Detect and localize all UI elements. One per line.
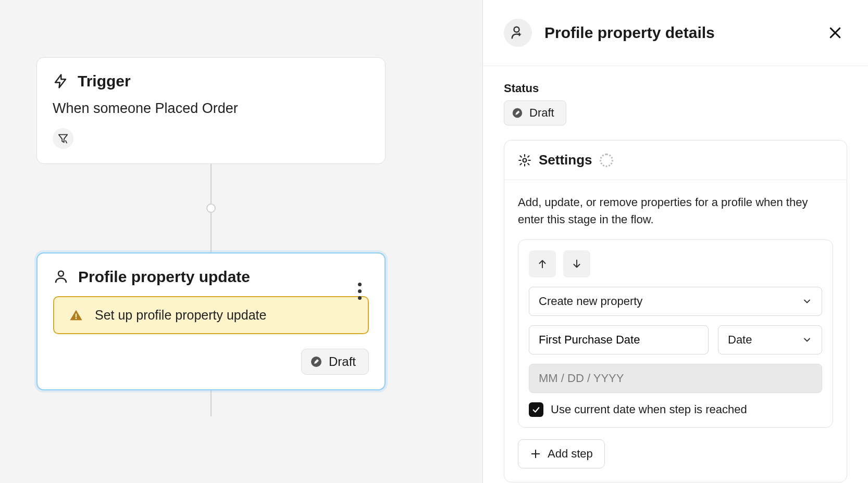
panel-header: Profile property details xyxy=(483,0,868,66)
filter-icon[interactable] xyxy=(53,128,73,149)
setup-warning-banner[interactable]: Set up profile property update xyxy=(53,296,369,334)
settings-heading: Settings xyxy=(539,152,592,168)
svg-point-4 xyxy=(514,27,519,32)
flow-connector-tail xyxy=(210,390,212,416)
panel-status-value: Draft xyxy=(529,106,554,120)
profile-property-update-card[interactable]: Profile property update Set up profile p… xyxy=(36,252,386,390)
property-type-value: Date xyxy=(728,333,752,347)
panel-title: Profile property details xyxy=(544,24,811,42)
svg-point-0 xyxy=(58,271,64,276)
pencil-circle-icon xyxy=(512,107,523,119)
trigger-title: Trigger xyxy=(78,72,131,90)
date-value-input: MM / DD / YYYY xyxy=(529,364,822,393)
property-type-select[interactable]: Date xyxy=(718,325,822,354)
settings-panel: Settings Add, update, or remove properti… xyxy=(504,140,847,482)
pencil-circle-icon xyxy=(310,355,323,368)
use-current-date-label: Use current date when step is reached xyxy=(551,403,747,416)
connector-add-node[interactable] xyxy=(206,204,216,213)
card-actions-menu[interactable] xyxy=(354,278,366,304)
trigger-card[interactable]: Trigger When someone Placed Order xyxy=(36,57,386,164)
action-title: Profile property update xyxy=(78,268,250,286)
arrow-up-icon xyxy=(537,258,548,270)
chevron-down-icon xyxy=(802,296,812,307)
status-heading: Status xyxy=(504,82,847,95)
lightning-icon xyxy=(53,72,68,90)
chevron-down-icon xyxy=(802,335,812,345)
property-step-card: Create new property Date xyxy=(518,239,833,428)
svg-rect-1 xyxy=(76,313,77,317)
settings-description: Add, update, or remove properties for a … xyxy=(518,194,833,228)
flow-connector xyxy=(210,164,212,252)
gear-icon xyxy=(518,154,531,167)
flow-canvas[interactable]: Trigger When someone Placed Order Profil… xyxy=(0,0,482,483)
details-side-panel: Profile property details Status Draft Se… xyxy=(482,0,868,483)
warning-icon xyxy=(69,308,83,323)
check-icon xyxy=(531,405,541,414)
arrow-down-icon xyxy=(571,258,582,270)
property-name-input[interactable] xyxy=(529,325,709,354)
trigger-description: When someone Placed Order xyxy=(53,100,369,117)
add-step-button[interactable]: Add step xyxy=(518,439,605,468)
card-status-label: Draft xyxy=(329,354,356,369)
profile-sparkle-icon xyxy=(504,19,532,47)
property-action-value: Create new property xyxy=(539,295,642,308)
svg-point-6 xyxy=(523,158,527,162)
move-step-down-button[interactable] xyxy=(563,250,590,277)
move-step-up-button[interactable] xyxy=(529,250,556,277)
panel-status-chip[interactable]: Draft xyxy=(504,100,566,125)
property-action-select[interactable]: Create new property xyxy=(529,287,822,316)
add-step-label: Add step xyxy=(548,447,593,461)
plus-icon xyxy=(530,448,541,460)
loading-spinner-icon xyxy=(600,154,613,167)
warning-text: Set up profile property update xyxy=(95,308,266,323)
svg-rect-2 xyxy=(76,317,77,319)
profile-icon xyxy=(53,269,69,285)
card-status-chip[interactable]: Draft xyxy=(301,349,369,375)
use-current-date-checkbox[interactable] xyxy=(529,402,543,417)
close-panel-button[interactable] xyxy=(823,21,847,45)
